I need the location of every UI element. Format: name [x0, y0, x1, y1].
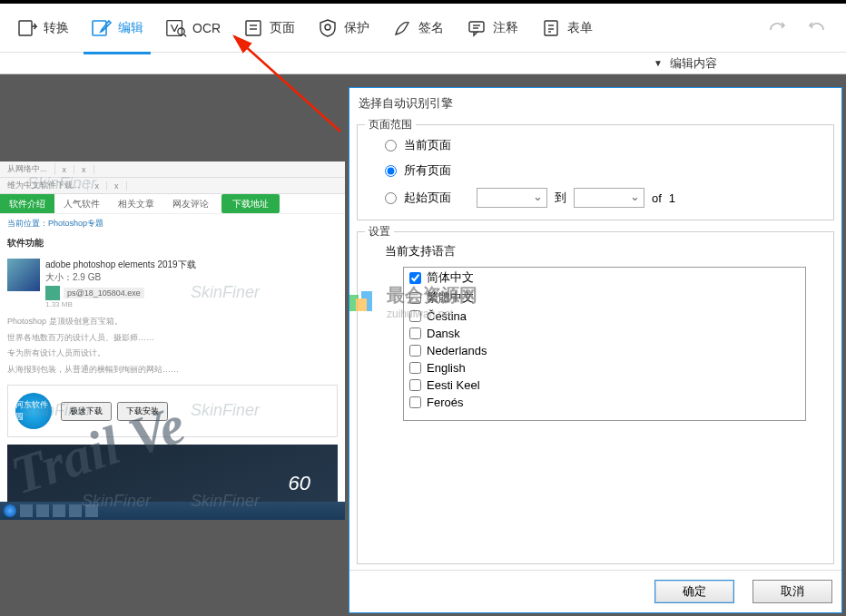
software-name: adobe photoshop elements 2019下载 [45, 259, 196, 271]
cancel-button[interactable]: 取消 [753, 580, 832, 603]
language-checkbox[interactable] [409, 328, 421, 339]
software-item: adobe photoshop elements 2019下载 大小：2.9 G… [0, 253, 345, 314]
tab-hot: 人气软件 [54, 194, 109, 213]
browser-tab: x [55, 165, 75, 174]
tool-annotate[interactable]: 注释 [458, 14, 526, 43]
edit-icon [91, 17, 113, 39]
language-label: Eesti Keel [427, 378, 480, 392]
tool-convert-label: 转换 [44, 20, 69, 36]
taskbar-item [85, 504, 98, 517]
svg-rect-8 [469, 22, 484, 32]
svg-point-7 [325, 24, 330, 30]
tool-page[interactable]: 页面 [235, 14, 302, 43]
language-item[interactable]: Eesti Keel [404, 376, 805, 394]
desc-para: 从海报到包装，从普通的横幅到绚丽的网站…… [0, 362, 345, 378]
tool-ocr[interactable]: OCR [158, 14, 228, 43]
language-label: Nederlands [427, 344, 487, 357]
dialog-footer: 确定 取消 [349, 570, 841, 612]
tool-protect[interactable]: 保护 [310, 14, 377, 43]
tool-sign-label: 签名 [418, 20, 444, 36]
comment-icon [466, 17, 487, 39]
radio-current-input[interactable] [385, 140, 397, 152]
site-logo: 河东软件园 [15, 393, 52, 429]
settings-fieldset: 设置 当前支持语言 简体中文繁體中文ČeštinaDanskNederlands… [357, 231, 834, 564]
language-item[interactable]: Dansk [404, 325, 805, 342]
language-item[interactable]: 繁體中文 [404, 288, 805, 308]
edit-content-label[interactable]: 编辑内容 [670, 55, 717, 72]
language-checkbox[interactable] [409, 345, 421, 357]
promo-60: 60 [289, 472, 310, 495]
ocr-icon [165, 17, 187, 39]
svg-rect-0 [19, 21, 32, 35]
tool-page-label: 页面 [270, 20, 295, 36]
radio-start-page[interactable]: 起始页面 到 of 1 [367, 183, 824, 212]
tool-form-label: 表单 [567, 20, 593, 36]
language-item[interactable]: Čeština [404, 308, 805, 325]
download-box: 河东软件园 极速下载 下载安装 [7, 385, 338, 437]
browser-tabs-2: 维为中文软件下载... x x [0, 178, 345, 194]
from-page-combo[interactable] [477, 188, 547, 208]
language-checkbox[interactable] [409, 272, 421, 284]
language-label: 简体中文 [427, 269, 474, 286]
tool-protect-label: 保护 [344, 20, 369, 36]
browser-tab: x [88, 181, 108, 191]
taskbar-item [20, 504, 33, 517]
language-label: 繁體中文 [427, 289, 474, 306]
language-item[interactable]: Nederlands [404, 342, 805, 359]
svg-rect-11 [545, 21, 557, 35]
radio-start-input[interactable] [385, 192, 397, 204]
language-checkbox[interactable] [409, 362, 421, 374]
to-page-combo[interactable] [574, 188, 644, 208]
exe-icon [45, 286, 60, 300]
language-checkbox[interactable] [409, 292, 421, 304]
tool-edit[interactable]: 编辑 [84, 14, 151, 43]
radio-current-label: 当前页面 [404, 137, 451, 153]
language-checkbox[interactable] [409, 310, 421, 322]
language-list[interactable]: 简体中文繁體中文ČeštinaDanskNederlandsEnglishEes… [403, 267, 806, 421]
language-item[interactable]: Feroés [404, 394, 805, 411]
tab-comment: 网友评论 [163, 194, 218, 213]
to-label: 到 [555, 190, 566, 206]
desc-para: Photoshop 是顶级创意百宝箱。 [0, 314, 345, 330]
tool-sign[interactable]: 签名 [384, 14, 451, 43]
tab-related: 相关文章 [109, 194, 163, 213]
exe-name: ps@18_105804.exe [64, 288, 144, 298]
dropdown-triangle-icon[interactable]: ▼ [654, 58, 663, 68]
sub-toolbar: ▼ 编辑内容 [0, 53, 846, 74]
tab-download: 下载地址 [221, 194, 280, 213]
radio-all-pages[interactable]: 所有页面 [367, 158, 824, 183]
language-label: Dansk [427, 327, 460, 340]
convert-icon [16, 17, 38, 39]
toolbar-right-group [766, 17, 837, 39]
browser-tab: 从网络中... [0, 163, 55, 175]
tool-annotate-label: 注释 [493, 20, 518, 36]
section-title: 软件功能 [0, 233, 345, 253]
settings-legend: 设置 [365, 224, 394, 240]
ok-button[interactable]: 确定 [654, 580, 734, 603]
language-item[interactable]: 简体中文 [404, 268, 805, 288]
radio-all-input[interactable] [385, 165, 397, 177]
tool-convert[interactable]: 转换 [9, 14, 76, 43]
start-button [4, 504, 16, 517]
radio-current-page[interactable]: 当前页面 [367, 132, 824, 158]
form-icon [540, 17, 562, 39]
language-checkbox[interactable] [409, 396, 421, 408]
windows-taskbar [0, 502, 345, 520]
tool-form[interactable]: 表单 [533, 14, 600, 43]
undo-button[interactable] [806, 17, 828, 39]
page-nav-tabs: 软件介绍 人气软件 相关文章 网友评论 下载地址 [0, 194, 345, 214]
language-item[interactable]: English [404, 359, 805, 376]
software-thumbnail [7, 259, 40, 291]
redo-button[interactable] [766, 17, 788, 39]
document-preview: 从网络中... x x 维为中文软件下载... x x 软件介绍 人气软件 相关… [0, 161, 345, 520]
active-underline [84, 52, 151, 54]
desc-para: 专为所有设计人员而设计。 [0, 346, 345, 362]
language-label: English [427, 361, 466, 375]
of-label: of [652, 191, 662, 205]
browser-tab: 维为中文软件下载... [0, 180, 88, 191]
software-meta: 大小：2.9 GB [45, 271, 196, 284]
taskbar-item [36, 504, 49, 517]
desc-para: 世界各地数百万的设计人员、摄影师…… [0, 330, 345, 347]
main-toolbar: 转换 编辑 OCR 页面 保护 签名 注释 [0, 4, 846, 53]
language-checkbox[interactable] [409, 379, 421, 391]
